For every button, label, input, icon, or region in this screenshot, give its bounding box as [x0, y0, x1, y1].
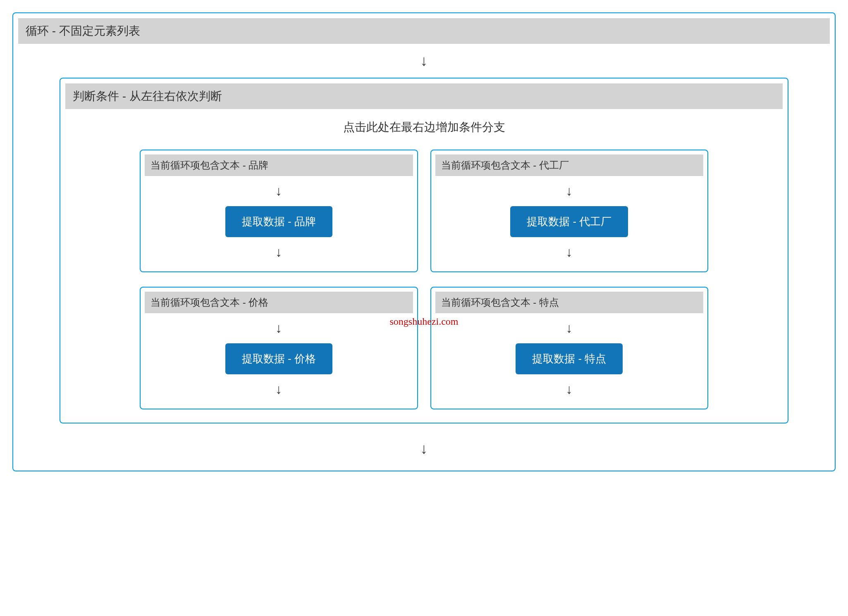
- arrow-icon: ↓: [435, 313, 704, 343]
- branch-header: 当前循环项包含文本 - 特点: [435, 292, 704, 313]
- arrow-icon: ↓: [145, 313, 413, 343]
- loop-container: 循环 - 不固定元素列表 ↓ 判断条件 - 从左往右依次判断 点击此处在最右边增…: [12, 12, 836, 471]
- loop-header: 循环 - 不固定元素列表: [18, 18, 830, 44]
- branch-header: 当前循环项包含文本 - 代工厂: [435, 155, 704, 176]
- arrow-icon: ↓: [145, 374, 413, 404]
- branch-feature[interactable]: 当前循环项包含文本 - 特点 ↓ 提取数据 - 特点 ↓: [430, 287, 709, 409]
- arrow-icon: ↓: [18, 432, 830, 466]
- extract-data-button-feature[interactable]: 提取数据 - 特点: [516, 343, 623, 374]
- branch-header: 当前循环项包含文本 - 价格: [145, 292, 413, 313]
- arrow-icon: ↓: [145, 176, 413, 206]
- extract-data-button-brand[interactable]: 提取数据 - 品牌: [225, 206, 332, 237]
- branch-brand[interactable]: 当前循环项包含文本 - 品牌 ↓ 提取数据 - 品牌 ↓: [140, 150, 418, 272]
- branch-price[interactable]: 当前循环项包含文本 - 价格 ↓ 提取数据 - 价格 ↓: [140, 287, 418, 409]
- extract-data-button-price[interactable]: 提取数据 - 价格: [225, 343, 332, 374]
- branch-grid: 当前循环项包含文本 - 品牌 ↓ 提取数据 - 品牌 ↓ 当前循环项包含文本 -…: [65, 150, 783, 418]
- branch-header: 当前循环项包含文本 - 品牌: [145, 155, 413, 176]
- arrow-icon: ↓: [435, 374, 704, 404]
- branch-factory[interactable]: 当前循环项包含文本 - 代工厂 ↓ 提取数据 - 代工厂 ↓: [430, 150, 709, 272]
- arrow-icon: ↓: [18, 44, 830, 78]
- arrow-icon: ↓: [435, 237, 704, 267]
- arrow-icon: ↓: [435, 176, 704, 206]
- add-branch-instruction[interactable]: 点击此处在最右边增加条件分支: [65, 109, 783, 150]
- condition-container: 判断条件 - 从左往右依次判断 点击此处在最右边增加条件分支 当前循环项包含文本…: [60, 78, 788, 423]
- extract-data-button-factory[interactable]: 提取数据 - 代工厂: [510, 206, 628, 237]
- arrow-icon: ↓: [145, 237, 413, 267]
- condition-header: 判断条件 - 从左往右依次判断: [65, 83, 783, 109]
